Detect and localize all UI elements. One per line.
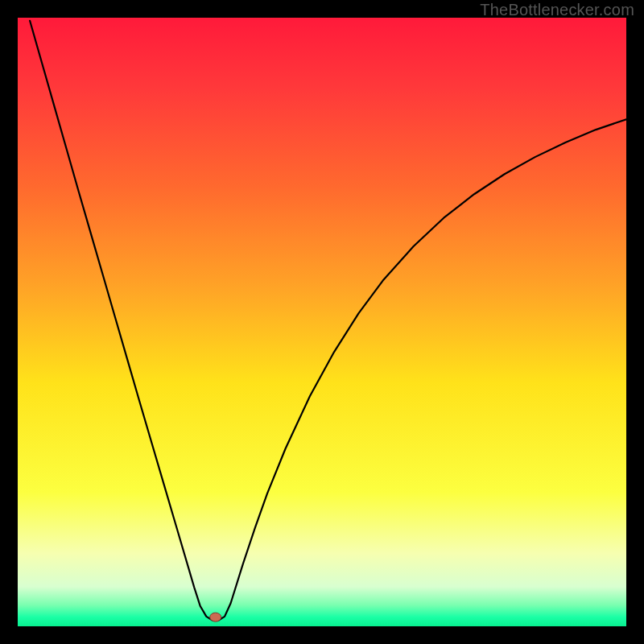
gradient-background	[18, 18, 626, 626]
bottleneck-chart	[18, 18, 626, 626]
chart-frame	[18, 18, 626, 626]
optimal-point-marker	[210, 613, 221, 621]
watermark-text: TheBottlenecker.com	[480, 1, 634, 19]
